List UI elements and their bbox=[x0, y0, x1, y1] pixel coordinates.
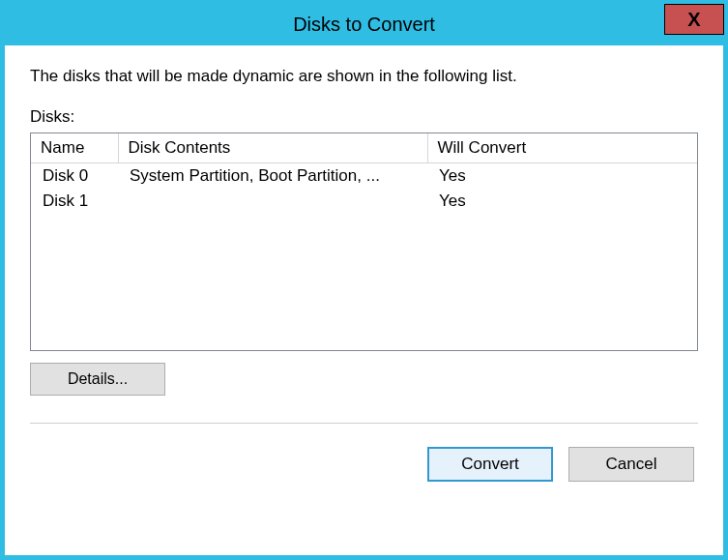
separator bbox=[30, 423, 698, 424]
cell-contents bbox=[118, 189, 427, 214]
column-header-contents[interactable]: Disk Contents bbox=[118, 133, 427, 162]
details-row: Details... bbox=[30, 363, 698, 396]
dialog-window: Disks to Convert X The disks that will b… bbox=[0, 0, 728, 560]
close-icon: X bbox=[687, 9, 700, 31]
cancel-button[interactable]: Cancel bbox=[568, 447, 694, 482]
dialog-footer: Convert Cancel bbox=[30, 447, 698, 482]
cell-name: Disk 0 bbox=[31, 162, 118, 189]
disks-listview[interactable]: Name Disk Contents Will Convert Disk 0 S… bbox=[30, 133, 698, 351]
cell-name: Disk 1 bbox=[31, 189, 118, 214]
close-button[interactable]: X bbox=[664, 4, 724, 35]
column-header-convert[interactable]: Will Convert bbox=[427, 133, 697, 162]
cell-convert: Yes bbox=[427, 189, 697, 214]
cell-convert: Yes bbox=[427, 162, 697, 189]
column-header-name[interactable]: Name bbox=[31, 133, 118, 162]
listview-header-row: Name Disk Contents Will Convert bbox=[31, 133, 697, 162]
window-title: Disks to Convert bbox=[4, 14, 724, 36]
convert-button[interactable]: Convert bbox=[427, 447, 553, 482]
table-row[interactable]: Disk 1 Yes bbox=[31, 189, 697, 214]
titlebar[interactable]: Disks to Convert X bbox=[4, 4, 724, 44]
details-button[interactable]: Details... bbox=[30, 363, 165, 396]
disks-label: Disks: bbox=[30, 107, 698, 127]
cell-contents: System Partition, Boot Partition, ... bbox=[118, 162, 427, 189]
client-area: The disks that will be made dynamic are … bbox=[4, 44, 724, 556]
description-text: The disks that will be made dynamic are … bbox=[30, 67, 698, 86]
table-row[interactable]: Disk 0 System Partition, Boot Partition,… bbox=[31, 162, 697, 189]
